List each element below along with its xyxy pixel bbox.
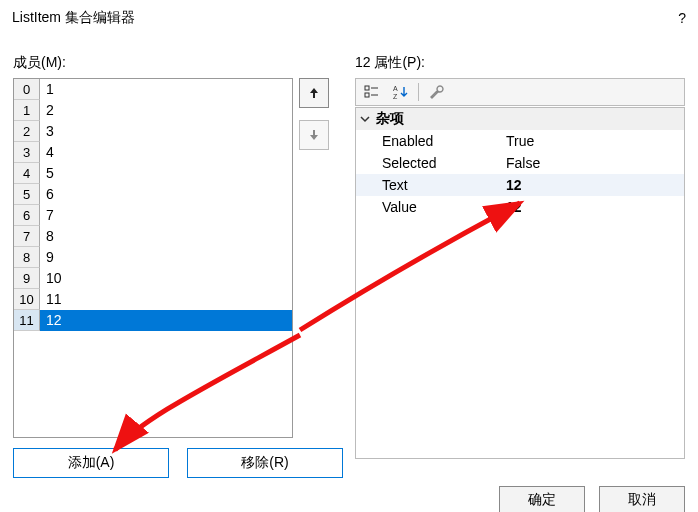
list-item-value: 12 xyxy=(40,310,292,331)
svg-rect-1 xyxy=(365,93,369,97)
arrow-up-icon xyxy=(308,87,320,99)
member-buttons: 添加(A) 移除(R) xyxy=(13,448,343,478)
list-item-index: 11 xyxy=(14,310,40,331)
chevron-down-icon xyxy=(360,114,370,124)
list-item-value: 8 xyxy=(40,226,292,247)
list-item[interactable]: 23 xyxy=(14,121,292,142)
members-list[interactable]: 01122334455667788991010111112 xyxy=(13,78,293,438)
list-item[interactable]: 89 xyxy=(14,247,292,268)
list-item-value: 4 xyxy=(40,142,292,163)
remove-button[interactable]: 移除(R) xyxy=(187,448,343,478)
help-button[interactable]: ? xyxy=(678,10,686,26)
category-label: 杂项 xyxy=(376,110,404,128)
list-item-index: 0 xyxy=(14,79,40,100)
members-label: 成员(M): xyxy=(13,54,343,72)
list-item-index: 1 xyxy=(14,100,40,121)
property-value[interactable]: True xyxy=(506,130,684,152)
list-item-value: 10 xyxy=(40,268,292,289)
list-item-value: 11 xyxy=(40,289,292,310)
property-row[interactable]: SelectedFalse xyxy=(356,152,684,174)
move-up-button[interactable] xyxy=(299,78,329,108)
dialog-buttons: 确定 取消 xyxy=(499,486,685,512)
property-grid[interactable]: 杂项 EnabledTrueSelectedFalseText12Value12 xyxy=(355,107,685,459)
list-item[interactable]: 12 xyxy=(14,100,292,121)
list-item[interactable]: 45 xyxy=(14,163,292,184)
properties-label: 12 属性(P): xyxy=(355,54,685,72)
list-item[interactable]: 34 xyxy=(14,142,292,163)
list-item[interactable]: 1112 xyxy=(14,310,292,331)
dialog-content: 成员(M): 01122334455667788991010111112 添加(… xyxy=(0,36,698,478)
titlebar: ListItem 集合编辑器 ? xyxy=(0,0,698,36)
property-name: Text xyxy=(356,174,506,196)
svg-text:Z: Z xyxy=(393,93,398,100)
cancel-button[interactable]: 取消 xyxy=(599,486,685,512)
list-item-value: 9 xyxy=(40,247,292,268)
members-area: 01122334455667788991010111112 xyxy=(13,78,343,438)
list-item-value: 6 xyxy=(40,184,292,205)
property-row[interactable]: EnabledTrue xyxy=(356,130,684,152)
property-row[interactable]: Value12 xyxy=(356,196,684,218)
properties-icon[interactable] xyxy=(427,82,447,102)
property-value[interactable]: False xyxy=(506,152,684,174)
reorder-arrows xyxy=(299,78,329,438)
list-item-value: 7 xyxy=(40,205,292,226)
window-title: ListItem 集合编辑器 xyxy=(12,9,135,27)
list-item-index: 9 xyxy=(14,268,40,289)
list-item[interactable]: 78 xyxy=(14,226,292,247)
property-row[interactable]: Text12 xyxy=(356,174,684,196)
list-item[interactable]: 910 xyxy=(14,268,292,289)
list-item-value: 2 xyxy=(40,100,292,121)
list-item-index: 4 xyxy=(14,163,40,184)
properties-panel: 12 属性(P): AZ 杂项 EnabledTrueSelectedFalse… xyxy=(355,54,685,478)
property-value[interactable]: 12 xyxy=(506,174,684,196)
svg-rect-0 xyxy=(365,86,369,90)
list-item-value: 3 xyxy=(40,121,292,142)
list-item[interactable]: 1011 xyxy=(14,289,292,310)
properties-toolbar: AZ xyxy=(355,78,685,106)
list-item-index: 6 xyxy=(14,205,40,226)
property-name: Selected xyxy=(356,152,506,174)
toolbar-separator xyxy=(418,83,419,101)
list-item-index: 2 xyxy=(14,121,40,142)
categorized-icon[interactable] xyxy=(362,82,382,102)
property-name: Value xyxy=(356,196,506,218)
list-item-index: 10 xyxy=(14,289,40,310)
svg-text:A: A xyxy=(393,85,398,92)
ok-button[interactable]: 确定 xyxy=(499,486,585,512)
list-item-value: 1 xyxy=(40,79,292,100)
members-panel: 成员(M): 01122334455667788991010111112 添加(… xyxy=(13,54,343,478)
alpha-sort-icon[interactable]: AZ xyxy=(390,82,410,102)
arrow-down-icon xyxy=(308,129,320,141)
list-item-value: 5 xyxy=(40,163,292,184)
list-item-index: 5 xyxy=(14,184,40,205)
list-item[interactable]: 01 xyxy=(14,79,292,100)
move-down-button[interactable] xyxy=(299,120,329,150)
list-item-index: 3 xyxy=(14,142,40,163)
property-value[interactable]: 12 xyxy=(506,196,684,218)
add-button[interactable]: 添加(A) xyxy=(13,448,169,478)
list-item-index: 8 xyxy=(14,247,40,268)
list-item[interactable]: 67 xyxy=(14,205,292,226)
list-item-index: 7 xyxy=(14,226,40,247)
property-name: Enabled xyxy=(356,130,506,152)
category-row[interactable]: 杂项 xyxy=(356,108,684,130)
list-item[interactable]: 56 xyxy=(14,184,292,205)
